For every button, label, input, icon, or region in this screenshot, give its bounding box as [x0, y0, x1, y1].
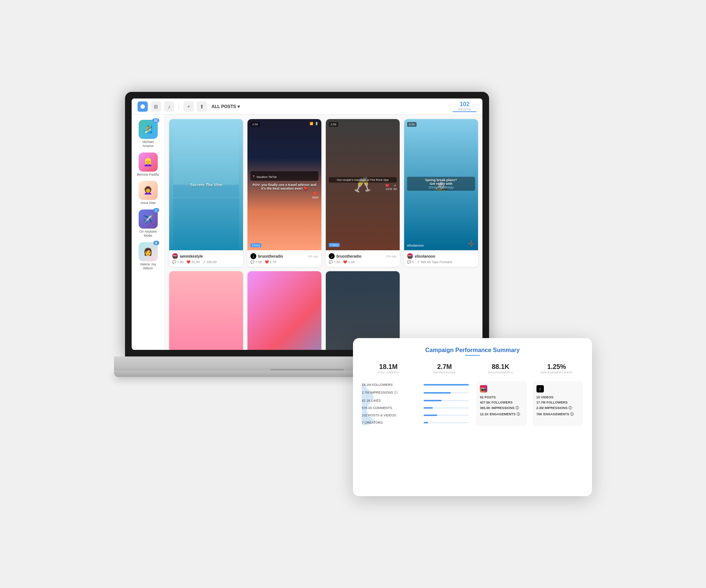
posts-count-number: 102 [460, 101, 470, 108]
post-info-2: ♪ bruontheradio · 20h ago 💬 7.00 ❤️ 2.7K [247, 250, 321, 267]
post-media-2: 2:59 📶 🔋 📍 Vac [247, 119, 321, 250]
scene: ⊞ ♪ ＋ ⬆ ALL POSTS ▾ 102 POSTS [114, 92, 592, 496]
ig-stat-impressions: 365.9K IMPRESSIONS ⓘ [480, 406, 523, 410]
instagram-header: 📷 [480, 385, 523, 392]
stats-list: 18.1M FOLLOWERS 2.7M IMPRESSIONS ⓘ 82.1K… [362, 381, 469, 426]
ig-stat-posts: 92 POSTS [480, 395, 523, 399]
post-taps: ↗ 365.00 Taps Forward [417, 260, 452, 264]
post-card-1[interactable]: Secrets The Vine [169, 119, 243, 267]
tiktok-header: ♪ [536, 385, 580, 392]
stat-row-creators: 7 CREATORS [362, 421, 469, 424]
ig-stat-engagements: 12.1K ENGAGEMENTS ⓘ [480, 412, 523, 417]
app-main: 🏄 22 MichaelAmanor 👱‍♀️ [132, 115, 482, 350]
tt-stat-engagements: 76K ENGAGEMENTS ⓘ [536, 412, 580, 417]
post-stats: 💬 0 ↗ 365.00 Taps Forward [407, 260, 475, 264]
toolbar-export-icon[interactable]: ⬆ [197, 101, 207, 112]
post-card-5[interactable] [169, 271, 243, 350]
avatar-wrap: 👩 8 [139, 242, 158, 261]
tt-stat-videos: 10 VIDEOS [536, 395, 580, 399]
post-info-4: 📷 elisolanooo 💬 0 ↗ 365.00 Taps Forward [404, 250, 478, 267]
sidebar-item-airplane[interactable]: ✈️ 1 On AirplaneMode [132, 207, 164, 240]
post-media-6 [247, 271, 321, 350]
post-card-4[interactable]: 🏔️ 0:19 Spring break plans?Get ready wit… [404, 119, 478, 267]
campaign-panel: Campaign Performance Summary 18.1M FOLLO… [353, 338, 592, 496]
post-shares: ↗ 330.00 [203, 260, 217, 264]
tiktok-icon: ♪ [250, 253, 256, 259]
sidebar-name-airplane: On AirplaneMode [139, 230, 157, 238]
sidebar: 🏄 22 MichaelAmanor 👱‍♀️ [132, 115, 165, 350]
badge: 1 [153, 208, 159, 212]
instagram-logo: 📷 [480, 385, 487, 392]
avatar-placeholder: 👱‍♀️ [139, 153, 158, 172]
post-author-row: 📷 iammikestyle [172, 253, 240, 259]
tt-stat-impressions: 2.3M IMPRESSIONS ⓘ [536, 406, 580, 410]
stat-row-likes: 82.1K LIKES [362, 399, 469, 402]
stat-row-comments: 578.00 COMMENTS [362, 406, 469, 410]
toolbar-actions: ＋ ⬆ [183, 101, 207, 112]
laptop-screen: ⊞ ♪ ＋ ⬆ ALL POSTS ▾ 102 POSTS [132, 98, 482, 350]
tiktok-col: ♪ 10 VIDEOS 17.7M FOLLOWERS 2.3M IMPRESS… [533, 381, 584, 426]
svg-point-0 [140, 104, 145, 109]
toolbar-icons: ⊞ ♪ [138, 101, 174, 112]
sidebar-name: Anna Sitar [140, 201, 156, 205]
post-username: bruontheradio [258, 254, 283, 258]
content-area: Secrets The Vine [165, 115, 482, 350]
campaign-body: 18.1M FOLLOWERS 2.7M IMPRESSIONS ⓘ 82.1K… [362, 381, 583, 426]
post-username: bruontheradio [336, 254, 361, 258]
sidebar-item-anna[interactable]: 👩‍🦱 Anna Sitar [132, 179, 164, 207]
post-card-2[interactable]: 2:59 📶 🔋 📍 Vac [247, 119, 321, 267]
laptop-bezel: ⊞ ♪ ＋ ⬆ ALL POSTS ▾ 102 POSTS [125, 92, 489, 356]
sidebar-name: Valerie JoyWilson [140, 262, 156, 270]
sidebar-item-bernice[interactable]: 👱‍♀️ Bernice Padilla [132, 150, 164, 179]
post-author-row: 📷 elisolanooo [407, 253, 475, 259]
metric-label: IMPRESSIONS [418, 371, 471, 374]
post-author-row: ♪ bruontheradio · 20h ago [329, 253, 397, 259]
post-comments: 💬 7.00 [172, 260, 183, 264]
toolbar-grid-icon[interactable]: ⊞ [151, 101, 161, 112]
sidebar-item-michael[interactable]: 🏄 22 MichaelAmanor [132, 118, 164, 150]
toolbar-divider [179, 103, 179, 110]
ig-stat-followers: 427.5K FOLLOWERS [480, 401, 523, 404]
metric-impressions: 2.7M IMPRESSIONS [418, 363, 471, 374]
avatar-placeholder: 👩‍🦱 [139, 181, 158, 200]
posts-grid: Secrets The Vine [169, 119, 478, 350]
post-media-4: 🏔️ 0:19 Spring break plans?Get ready wit… [404, 119, 478, 250]
post-media-5 [169, 271, 243, 350]
post-comments: 💬 0 [407, 260, 414, 264]
svg-rect-1 [173, 185, 239, 251]
post-card-3[interactable]: 🥂 2:59 Our couple's massage at The Rock … [326, 119, 400, 267]
platform-breakdown: 📷 92 POSTS 427.5K FOLLOWERS 365.9K IMPRE… [476, 381, 583, 426]
badge: 8 [153, 241, 159, 245]
sidebar-item-valerie[interactable]: 👩 8 Valerie JoyWilson [132, 240, 164, 273]
campaign-title: Campaign Performance Summary [362, 347, 583, 354]
toolbar-home-icon[interactable] [138, 101, 148, 112]
avatar: 👩‍🦱 [139, 181, 158, 200]
post-info-3: ♪ bruontheradio · 20h ago 💬 7.00 ❤️ 1.5K [326, 250, 400, 267]
post-stats: 💬 7.00 ❤️ 1.5K [329, 260, 397, 264]
dropdown-icon: ▾ [238, 104, 240, 109]
avatar: ✈️ [139, 209, 158, 229]
post-author-row: ♪ bruontheradio · 20h ago [250, 253, 318, 259]
post-likes: ❤️ 2.7K [265, 260, 277, 264]
all-posts-button[interactable]: ALL POSTS ▾ [211, 104, 240, 109]
metric-value: 18.1M [362, 363, 415, 371]
toolbar-tiktok-icon[interactable]: ♪ [164, 101, 174, 112]
post-comments: 💬 7.00 [250, 260, 262, 264]
post-likes: ❤️ 1.5K [343, 260, 355, 264]
post-card-6[interactable] [247, 271, 321, 350]
tt-stat-followers: 17.7M FOLLOWERS [536, 401, 580, 404]
post-username: elisolanooo [415, 254, 435, 258]
metric-value: 2.7M [418, 363, 471, 371]
avatar-wrap: 🏄 22 [139, 120, 158, 139]
metric-value: 1.25% [530, 363, 584, 371]
avatar-wrap: 👩‍🦱 [139, 181, 158, 200]
badge: 22 [152, 118, 159, 123]
instagram-col: 📷 92 POSTS 427.5K FOLLOWERS 365.9K IMPRE… [476, 381, 527, 426]
campaign-metrics: 18.1M FOLLOWERS 2.7M IMPRESSIONS 88.1K E… [362, 363, 583, 374]
metric-value: 88.1K [474, 363, 527, 371]
metric-label: FOLLOWERS [362, 371, 415, 374]
toolbar-add-icon[interactable]: ＋ [183, 101, 194, 112]
metric-followers: 18.1M FOLLOWERS [362, 363, 415, 374]
posts-count-label: POSTS [459, 108, 471, 111]
avatar-placeholder: ✈️ [139, 209, 158, 229]
